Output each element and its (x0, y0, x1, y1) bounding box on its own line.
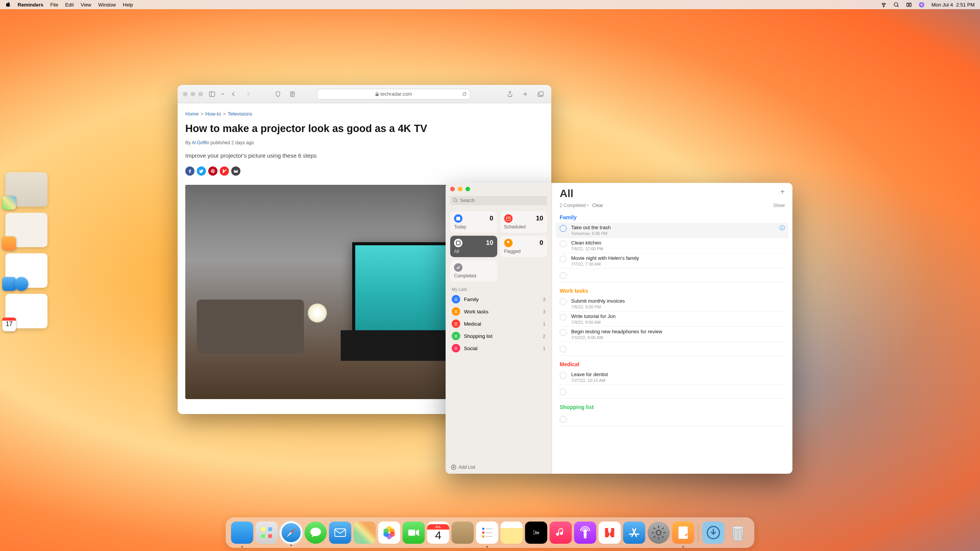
chevron-down-icon[interactable] (221, 93, 224, 96)
flipboard-icon[interactable] (220, 166, 229, 176)
apple-logo-icon[interactable] (5, 2, 11, 7)
list-item[interactable]: Medical1 (449, 318, 549, 330)
dock-calendar[interactable]: JUL4 (427, 522, 449, 544)
search-input[interactable] (450, 196, 547, 205)
reader-icon[interactable] (287, 90, 298, 98)
menu-window[interactable]: Window (98, 2, 116, 8)
reminder-checkbox[interactable] (560, 272, 567, 279)
menu-view[interactable]: View (81, 2, 91, 8)
reminder-list[interactable]: FamilyTake out the trashTomorrow, 6:00 P… (552, 212, 792, 474)
list-item[interactable]: Social1 (449, 342, 549, 354)
dock-news[interactable] (599, 522, 621, 544)
close-button[interactable] (183, 92, 188, 96)
smart-list-today[interactable]: 0 Today (450, 211, 497, 233)
reminder-item[interactable]: Clean kitchen7/6/22, 12:00 PM (560, 238, 785, 253)
reminder-item[interactable]: Movie night with Helen's family7/7/22, 7… (560, 253, 785, 269)
reminder-item[interactable]: Submit monthly invoices7/6/22, 5:00 PM (560, 296, 785, 311)
dock-facetime[interactable] (403, 522, 425, 544)
dock-pages[interactable] (672, 522, 694, 544)
new-tab-icon[interactable] (520, 90, 531, 98)
twitter-icon[interactable] (197, 166, 206, 176)
dock-trash[interactable] (727, 522, 749, 544)
reminder-checkbox[interactable] (560, 298, 567, 305)
back-icon[interactable] (228, 90, 239, 98)
reminder-item-empty[interactable] (560, 385, 785, 399)
safari-url-field[interactable]: techradar.com (317, 89, 470, 99)
dock-notes[interactable] (501, 522, 523, 544)
reminder-checkbox[interactable] (560, 240, 567, 247)
smart-list-flagged[interactable]: 0 Flagged (500, 236, 547, 257)
dock-photos[interactable] (378, 522, 400, 544)
add-reminder-button[interactable]: + (780, 187, 785, 196)
close-button[interactable] (450, 187, 455, 191)
minimize-button[interactable] (458, 187, 462, 191)
stage-thumb-maps[interactable] (5, 172, 47, 207)
reminder-item-empty[interactable] (560, 342, 785, 356)
spotlight-icon[interactable] (893, 2, 899, 8)
sidebar-icon[interactable] (207, 90, 217, 98)
reminder-checkbox[interactable] (560, 388, 567, 395)
tabs-icon[interactable] (535, 90, 546, 98)
reminder-item[interactable]: Write tutorial for Jon7/9/22, 9:00 AM (560, 311, 785, 327)
forward-icon[interactable] (243, 90, 253, 98)
dock-podcasts[interactable] (574, 522, 596, 544)
smart-list-all[interactable]: 10 All (450, 236, 497, 257)
maximize-button[interactable] (466, 187, 470, 191)
reminder-item[interactable]: Leave for dentist7/27/22, 10:15 AM (560, 370, 785, 385)
shield-icon[interactable] (273, 90, 283, 98)
reminder-checkbox[interactable] (560, 256, 567, 262)
list-item[interactable]: Shopping list2 (449, 330, 549, 342)
email-icon[interactable] (231, 166, 240, 176)
reminder-item-empty[interactable] (560, 269, 785, 282)
breadcrumb-howto[interactable]: How-to (205, 111, 221, 117)
menu-edit[interactable]: Edit (65, 2, 74, 8)
stage-thumb-appstore[interactable] (5, 253, 47, 288)
siri-icon[interactable] (919, 2, 924, 8)
reminder-checkbox[interactable] (560, 225, 567, 232)
reminder-checkbox[interactable] (560, 372, 567, 379)
clear-button[interactable]: Clear (592, 203, 603, 208)
breadcrumb-home[interactable]: Home (185, 111, 199, 117)
dock-maps[interactable] (354, 522, 376, 544)
facebook-icon[interactable] (185, 166, 194, 176)
dock-safari[interactable] (280, 522, 302, 544)
reminder-checkbox[interactable] (560, 314, 567, 321)
reminder-checkbox[interactable] (560, 329, 567, 336)
stage-thumb-calendar[interactable]: 17 (5, 294, 47, 328)
dock-reminders[interactable] (476, 522, 498, 544)
list-item[interactable]: Family3 (449, 293, 549, 305)
stage-thumb-pages[interactable] (5, 213, 47, 247)
reminder-checkbox[interactable] (560, 416, 567, 423)
reload-icon[interactable] (462, 92, 467, 96)
menu-file[interactable]: File (50, 2, 58, 8)
dock-launchpad[interactable] (256, 522, 278, 544)
dock-settings[interactable] (648, 522, 670, 544)
smart-list-completed[interactable]: Completed (450, 260, 497, 282)
dock-tv[interactable]: 􀣺tv (525, 522, 547, 544)
menu-help[interactable]: Help (123, 2, 133, 8)
dock-music[interactable] (550, 522, 572, 544)
dock-downloads[interactable] (702, 522, 725, 544)
pinterest-icon[interactable] (208, 166, 217, 176)
reminder-checkbox[interactable] (560, 346, 567, 352)
reminder-item-empty[interactable] (560, 412, 785, 426)
dock-messages[interactable] (305, 522, 327, 544)
wifi-icon[interactable] (881, 2, 887, 8)
breadcrumb-televisions[interactable]: Televisions (228, 111, 252, 117)
show-button[interactable]: Show (773, 203, 785, 208)
maximize-button[interactable] (198, 92, 203, 96)
info-icon[interactable]: ⓘ (779, 225, 785, 231)
dock-mail[interactable] (329, 522, 351, 544)
dock-appstore[interactable] (623, 522, 645, 544)
author-link[interactable]: Al Griffin (192, 140, 209, 145)
share-icon[interactable] (505, 90, 515, 98)
list-item[interactable]: Work tasks3 (449, 305, 549, 318)
dock-finder[interactable] (231, 522, 253, 544)
reminder-item[interactable]: Begin testing new headphones for review7… (560, 327, 785, 342)
menubar-app-name[interactable]: Reminders (18, 2, 43, 8)
menubar-datetime[interactable]: Mon Jul 4 2:51 PM (931, 2, 975, 8)
smart-list-scheduled[interactable]: 10 Scheduled (500, 211, 547, 233)
reminder-item[interactable]: Take out the trashTomorrow, 6:00 PMⓘ (556, 223, 789, 238)
add-list-button[interactable]: Add List (446, 461, 552, 474)
minimize-button[interactable] (191, 92, 195, 96)
